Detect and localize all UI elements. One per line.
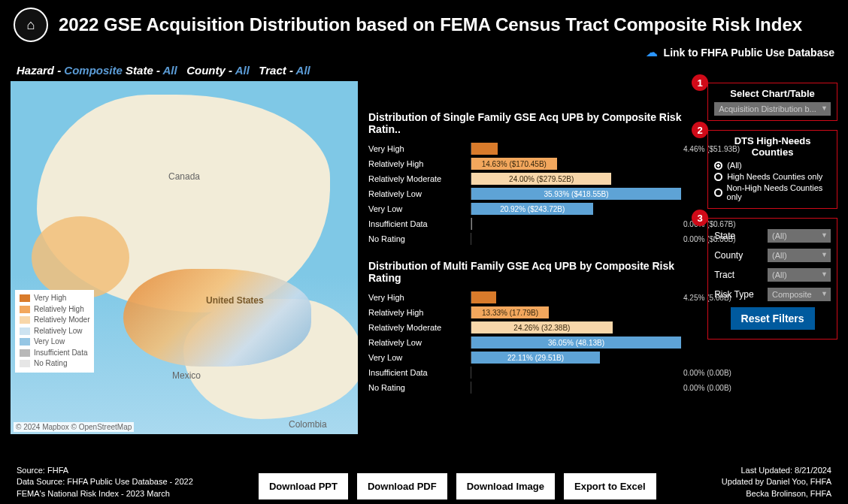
charts-column: Distribution of Single Family GSE Acq UP… xyxy=(368,81,697,434)
page-title: 2022 GSE Acquisition Distribution based … xyxy=(59,14,802,35)
bar-chart: Very High4.46% ($51.93B)Relatively High1… xyxy=(368,141,697,246)
legend-label: Very High xyxy=(34,293,66,304)
bar-category: Very High xyxy=(368,293,466,302)
radio-icon xyxy=(714,161,722,170)
dts-radio-option[interactable]: Non-High Needs Counties only xyxy=(714,183,831,201)
bc-hazard-value: Composite xyxy=(64,64,123,77)
cloud-download-icon[interactable]: ☁ xyxy=(646,45,658,59)
bar-category: Insufficient Data xyxy=(368,368,466,377)
legend-swatch xyxy=(20,349,30,357)
bar-track: 0.00% (0.00B) xyxy=(471,382,681,394)
bar-category: Relatively High xyxy=(368,308,466,317)
radio-icon xyxy=(714,173,722,181)
legend-swatch xyxy=(20,360,30,367)
footer-buttons: Download PPTDownload PDFDownload ImageEx… xyxy=(259,473,656,499)
legend-row: Very High xyxy=(20,293,89,304)
filter-tract-label: Tract xyxy=(714,270,734,280)
dts-radio-option[interactable]: High Needs Counties only xyxy=(714,172,831,181)
breadcrumb: Hazard - Composite State - All County - … xyxy=(0,62,848,81)
legend-row: Relatively Low xyxy=(20,326,89,337)
export-button[interactable]: Export to Excel xyxy=(564,473,656,499)
select-chart-panel: 1 Select Chart/Table Acquisition Distrib… xyxy=(707,83,837,121)
fhfa-logo: ⌂ xyxy=(14,8,48,42)
reset-filters-button[interactable]: Reset Filters xyxy=(731,307,815,330)
bar-fill[interactable]: 14.63% ($170.45B) xyxy=(471,158,557,170)
legend-label: Relatively Low xyxy=(34,326,82,337)
bar-fill[interactable]: 24.26% (32.38B) xyxy=(471,321,613,333)
bar-fill[interactable]: 13.33% (17.79B) xyxy=(471,306,549,318)
export-button[interactable]: Download Image xyxy=(456,473,555,499)
source-line-3: FEMA's National Risk Index - 2023 March xyxy=(17,488,193,499)
dts-title: DTS High-Needs Counties xyxy=(714,135,831,158)
legend-swatch xyxy=(20,294,30,302)
bar-track: 13.33% (17.79B) xyxy=(471,306,681,318)
chart-select-dropdown[interactable]: Acquisition Distribution b... xyxy=(714,102,831,116)
bar-category: Relatively Moderate xyxy=(368,174,466,183)
bar-category: No Rating xyxy=(368,234,466,243)
bar-fill[interactable]: 4.46% ($51.93B) xyxy=(471,143,498,155)
bar-category: Relatively Low xyxy=(368,189,466,198)
export-button[interactable]: Download PDF xyxy=(357,473,447,499)
bar-fill[interactable]: 22.11% (29.51B) xyxy=(471,352,600,364)
select-chart-title: Select Chart/Table xyxy=(714,88,831,99)
step-badge-3: 3 xyxy=(692,210,708,226)
bar-fill[interactable]: 24.00% ($279.52B) xyxy=(471,173,611,185)
legend-swatch xyxy=(20,306,30,313)
map-attribution: © 2024 Mapbox © OpenStreetMap xyxy=(14,422,134,432)
bar-track: 24.00% ($279.52B) xyxy=(471,173,681,185)
bc-state-value: All xyxy=(163,64,177,77)
bar-row: Insufficient Data0.06% ($0.67B) xyxy=(368,216,697,231)
bar-row: Relatively Low36.05% (48.13B) xyxy=(368,335,697,350)
filter-county-dropdown[interactable]: (All) xyxy=(768,249,831,262)
legend-label: No Rating xyxy=(34,358,67,370)
map-label-colombia: Colombia xyxy=(289,419,327,430)
bar-fill[interactable]: 20.92% ($243.72B) xyxy=(471,203,593,215)
radio-label: High Needs Counties only xyxy=(727,172,822,181)
house-icon: ⌂ xyxy=(27,17,35,33)
bar-category: No Rating xyxy=(368,383,466,392)
bar-track: 4.46% ($51.93B) xyxy=(471,143,681,155)
legend-row: Relatively Moder xyxy=(20,315,89,326)
bar-row: Very High4.25% (5.68B) xyxy=(368,290,697,305)
bc-county-value: All xyxy=(235,64,250,77)
last-updated: Last Updated: 8/21/2024 xyxy=(722,465,831,476)
legend-row: No Rating xyxy=(20,358,89,370)
bar-fill[interactable]: 36.05% (48.13B) xyxy=(471,337,681,349)
database-link[interactable]: Link to FHFA Public Use Database xyxy=(664,47,834,59)
radio-icon xyxy=(714,189,722,197)
risk-map[interactable]: Canada United States Mexico Colombia Ver… xyxy=(11,81,358,434)
header: ⌂ 2022 GSE Acquisition Distribution base… xyxy=(0,0,848,45)
filters-panel: 3 State (All) County (All) Tract (All) R… xyxy=(707,218,837,340)
bar-track: 4.25% (5.68B) xyxy=(471,291,681,303)
bar-row: Very Low20.92% ($243.72B) xyxy=(368,201,697,216)
filter-tract-dropdown[interactable]: (All) xyxy=(768,268,831,282)
bar-row: Relatively Moderate24.26% (32.38B) xyxy=(368,320,697,335)
footer-sources: Source: FHFA Data Source: FHFA Public Us… xyxy=(17,465,193,499)
bar-track: 20.92% ($243.72B) xyxy=(471,203,681,215)
export-button[interactable]: Download PPT xyxy=(259,473,348,499)
legend-label: Very Low xyxy=(34,337,65,348)
bar-category: Very Low xyxy=(368,204,466,213)
filter-risktype-dropdown[interactable]: Composite xyxy=(768,288,831,301)
footer: Source: FHFA Data Source: FHFA Public Us… xyxy=(17,465,831,499)
filter-state-label: State xyxy=(714,231,735,241)
source-line-1: Source: FHFA xyxy=(17,465,193,476)
map-column: Canada United States Mexico Colombia Ver… xyxy=(11,81,358,434)
bc-hazard-label: Hazard - xyxy=(17,64,61,77)
bar-track: 36.05% (48.13B) xyxy=(471,337,681,349)
footer-credits: Last Updated: 8/21/2024 Updated by Danie… xyxy=(722,465,831,499)
filter-state-dropdown[interactable]: (All) xyxy=(768,229,831,243)
step-badge-1: 1 xyxy=(692,74,708,91)
legend-row: Insufficient Data xyxy=(20,348,89,359)
bar-track: 14.63% ($170.45B) xyxy=(471,158,681,170)
chart-title: Distribution of Single Family GSE Acq UP… xyxy=(368,111,697,135)
bar-fill[interactable]: 4.25% (5.68B) xyxy=(471,291,496,303)
dts-radio-option[interactable]: (All) xyxy=(714,161,831,170)
legend-label: Relatively Moder xyxy=(34,315,89,326)
bar-fill[interactable]: 35.93% ($418.55B) xyxy=(471,188,681,200)
updated-by-1: Updated by Daniel Yoo, FHFA xyxy=(722,476,831,487)
bar-row: Relatively Moderate24.00% ($279.52B) xyxy=(368,171,697,186)
legend-row: Very Low xyxy=(20,337,89,348)
bar-category: Relatively High xyxy=(368,159,466,168)
step-badge-2: 2 xyxy=(692,122,708,138)
